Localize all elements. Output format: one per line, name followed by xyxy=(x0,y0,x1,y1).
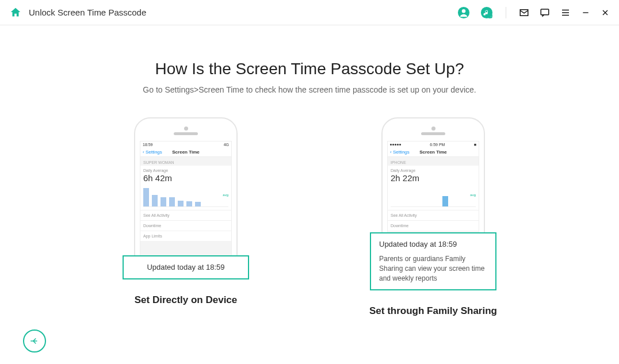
phone-section: SUPER WOMAN xyxy=(140,157,231,166)
phone-row: See All Activity xyxy=(388,210,479,220)
phone-nav-title: Screen Time xyxy=(419,150,446,155)
option-direct-device[interactable]: 18:59 4G ‹ Settings Screen Time SUPER WO… xyxy=(100,117,272,317)
mail-icon[interactable] xyxy=(519,7,529,18)
usage-bars: avg xyxy=(391,186,476,207)
phone-back: ‹ Settings xyxy=(143,150,162,155)
svg-rect-5 xyxy=(541,9,549,15)
phone-section: IPHONE xyxy=(388,157,479,166)
minimize-icon[interactable] xyxy=(581,8,590,17)
option-label-right: Set through Family Sharing xyxy=(347,305,519,317)
phone-row: Downtime xyxy=(388,220,479,231)
phone-nav-title: Screen Time xyxy=(172,150,199,155)
daily-avg-value: 2h 22m xyxy=(391,173,476,183)
page-title: How Is the Screen Time Passcode Set Up? xyxy=(23,60,596,78)
account-icon[interactable] xyxy=(457,6,470,19)
main-content: How Is the Screen Time Passcode Set Up? … xyxy=(0,25,619,317)
phone-battery: ■ xyxy=(474,143,476,147)
phone-row: See All Activity xyxy=(140,210,231,220)
svg-point-1 xyxy=(462,9,465,13)
home-icon[interactable] xyxy=(9,6,22,19)
options-row: 18:59 4G ‹ Settings Screen Time SUPER WO… xyxy=(23,117,596,317)
menu-icon[interactable] xyxy=(560,7,571,18)
phone-time: 18:59 xyxy=(143,143,153,147)
phone-signal: 4G xyxy=(224,143,229,147)
titlebar-title: Unlock Screen Time Passcode xyxy=(29,7,146,17)
music-icon[interactable] xyxy=(480,6,493,19)
phone-signal-dots xyxy=(390,143,401,147)
phone-back: ‹ Settings xyxy=(390,150,410,155)
close-icon[interactable] xyxy=(601,8,610,17)
titlebar: Unlock Screen Time Passcode xyxy=(0,0,619,25)
daily-avg-label: Daily Average xyxy=(391,168,476,173)
usage-bars: avg xyxy=(143,186,228,207)
titlebar-icons xyxy=(457,6,610,19)
feedback-icon[interactable] xyxy=(540,7,550,18)
daily-avg-value: 6h 42m xyxy=(143,173,228,183)
phone-time: 6:59 PM xyxy=(430,143,445,147)
callout-right: Updated today at 18:59 Parents or guardi… xyxy=(370,232,496,290)
option-label-left: Set Directly on Device xyxy=(100,294,272,306)
daily-avg-label: Daily Average xyxy=(143,168,228,173)
phone-mockup-left: 18:59 4G ‹ Settings Screen Time SUPER WO… xyxy=(134,117,238,273)
callout-left: Updated today at 18:59 xyxy=(123,255,249,279)
page-subtitle: Go to Settings>Screen Time to check how … xyxy=(23,85,596,94)
phone-row: App Limits xyxy=(140,231,231,241)
option-family-sharing[interactable]: 6:59 PM ■ ‹ Settings Screen Time IPHONE … xyxy=(347,117,519,317)
back-button[interactable] xyxy=(23,329,46,352)
divider xyxy=(506,7,506,18)
phone-row: Downtime xyxy=(140,220,231,231)
